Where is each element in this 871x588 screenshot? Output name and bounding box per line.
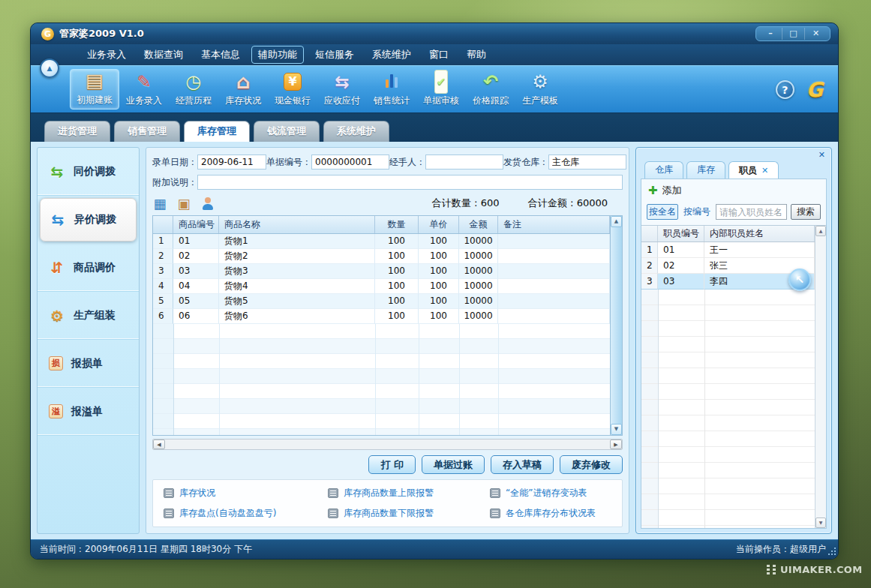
toolbar-item-sales-stats[interactable]: 销售统计: [367, 69, 416, 110]
tab-close-icon[interactable]: ✕: [761, 163, 768, 178]
date-input[interactable]: [197, 154, 266, 170]
save-draft-button[interactable]: 存入草稿: [491, 455, 554, 474]
link-stocktake[interactable]: 库存盘点(自动盘盈盘亏): [164, 507, 328, 520]
date-label: 录单日期：: [152, 156, 197, 169]
toolbar-item-initial-setup[interactable]: 初期建账: [70, 69, 119, 110]
scroll-up-icon[interactable]: ▲: [611, 216, 622, 227]
tab-sales-management[interactable]: 销售管理: [114, 121, 180, 142]
col-header-note[interactable]: 备注: [498, 216, 610, 233]
help-icon[interactable]: ?: [776, 80, 794, 99]
link-omnipotent-change-report[interactable]: “全能”进销存变动表: [490, 487, 611, 500]
menu-item-window[interactable]: 窗口: [422, 46, 455, 64]
report-doc-icon: [164, 488, 174, 498]
vertical-scrollbar[interactable]: ▲ ▼: [815, 226, 826, 528]
tab-inventory[interactable]: 库存: [686, 161, 725, 178]
sidebar-item-price-adjust[interactable]: 商品调价: [38, 244, 139, 292]
scroll-down-icon[interactable]: ▼: [611, 424, 622, 435]
warehouse-label: 发货仓库：: [503, 156, 548, 169]
employee-search-input[interactable]: [716, 204, 787, 220]
search-button[interactable]: 搜索: [791, 204, 821, 220]
tab-cashflow-management[interactable]: 钱流管理: [254, 121, 320, 142]
empty-grid-rows: [153, 324, 610, 435]
tab-warehouse[interactable]: 仓库: [644, 161, 683, 178]
collapse-toolbar-button[interactable]: ▲: [40, 58, 59, 78]
col-header-price[interactable]: 单价: [419, 216, 459, 233]
table-row[interactable]: 303货物310010010000: [153, 264, 610, 279]
maximize-button[interactable]: □: [782, 28, 804, 40]
employee-row[interactable]: 202张三: [641, 258, 815, 274]
toolbar-item-history[interactable]: 经营历程: [169, 69, 218, 110]
menu-item-auxiliary[interactable]: 辅助功能: [251, 46, 304, 64]
doc-no-input[interactable]: [311, 154, 389, 170]
note-input[interactable]: [197, 175, 623, 190]
toolbar-item-business-entry[interactable]: 业务录入: [119, 69, 169, 110]
tab-system-maintenance[interactable]: 系统维护: [323, 121, 389, 142]
menu-item-help[interactable]: 帮助: [460, 46, 493, 64]
warehouse-input[interactable]: [548, 154, 626, 170]
search-row: 按全名 按编号 搜索: [641, 200, 826, 225]
post-document-button[interactable]: 单据过账: [422, 455, 485, 474]
goods-lookup-button[interactable]: [176, 196, 191, 211]
building-icon: [153, 196, 166, 212]
menu-item-business-entry[interactable]: 业务录入: [80, 46, 133, 64]
person-icon: [202, 197, 214, 210]
table-row[interactable]: 404货物410010010000: [153, 279, 610, 294]
scroll-down-icon[interactable]: ▼: [815, 518, 826, 528]
print-button[interactable]: 打 印: [368, 455, 416, 474]
panel-close-icon[interactable]: ✕: [817, 150, 827, 161]
col-header-qty[interactable]: 数量: [375, 216, 419, 233]
filter-by-code[interactable]: 按编号: [682, 205, 712, 219]
toolbar-item-production-template[interactable]: 生产模板: [515, 69, 565, 110]
toolbar-item-price-tracking[interactable]: 价格跟踪: [466, 69, 515, 110]
minimize-button[interactable]: –: [759, 28, 782, 40]
add-row[interactable]: ✚ 添加: [641, 179, 826, 200]
col-header-employee-code[interactable]: 职员编号: [658, 226, 704, 242]
link-upper-limit-alert[interactable]: 库存商品数量上限报警: [328, 487, 490, 500]
link-inventory-status[interactable]: 库存状况: [164, 487, 328, 500]
vertical-scrollbar[interactable]: ▲ ▼: [610, 216, 622, 435]
warehouse-lookup-button[interactable]: [152, 196, 167, 211]
tab-employee[interactable]: 职员 ✕: [728, 161, 779, 178]
discard-changes-button[interactable]: 废弃修改: [560, 455, 623, 474]
resize-grip-icon[interactable]: [827, 548, 836, 556]
toolbar-item-inventory-status[interactable]: 库存状况: [218, 69, 268, 110]
sidebar-item-same-price-transfer[interactable]: 同价调拨: [38, 148, 139, 196]
col-header-code[interactable]: 商品编号: [173, 216, 219, 233]
price-track-icon: [483, 70, 498, 93]
horizontal-scrollbar[interactable]: ◀ ▶: [152, 439, 623, 450]
menu-item-basic-info[interactable]: 基本信息: [194, 46, 247, 64]
sidebar-item-overflow-report[interactable]: 溢 报溢单: [38, 388, 139, 436]
link-warehouse-distribution[interactable]: 各仓库库存分布状况表: [490, 507, 611, 520]
tab-inventory-management[interactable]: 库存管理: [184, 121, 250, 142]
app-window: G 管家婆2009 V1.0 – □ ✕ 业务录入 数据查询 基本信息 辅助功能…: [30, 22, 839, 560]
scroll-up-icon[interactable]: ▲: [815, 226, 826, 236]
employee-row[interactable]: 101王一: [641, 242, 815, 258]
col-header-amount[interactable]: 金额: [459, 216, 498, 233]
handler-input[interactable]: [425, 154, 503, 170]
filter-by-fullname[interactable]: 按全名: [647, 204, 678, 220]
employee-lookup-body: ✚ 添加 按全名 按编号 搜索 职员编号 内部职员姓名: [641, 178, 827, 529]
menu-item-sms[interactable]: 短信服务: [308, 46, 361, 64]
col-header-name[interactable]: 商品名称: [219, 216, 375, 233]
sidebar-item-assembly[interactable]: 生产组装: [38, 292, 139, 340]
doc-no-label: 单据编号：: [266, 156, 311, 169]
employee-lookup-button[interactable]: [200, 196, 215, 211]
table-row[interactable]: 505货物510010010000: [153, 294, 610, 309]
tab-purchase-management[interactable]: 进货管理: [44, 121, 110, 142]
sidebar-item-loss-report[interactable]: 损 报损单: [38, 340, 139, 388]
table-row[interactable]: 606货物610010010000: [153, 309, 610, 324]
menu-item-data-query[interactable]: 数据查询: [137, 46, 190, 64]
toolbar-item-document-audit[interactable]: 单据审核: [416, 69, 466, 110]
table-row[interactable]: 202货物210010010000: [153, 249, 610, 264]
menu-item-system-maintenance[interactable]: 系统维护: [365, 46, 418, 64]
total-amount: 合计金额：60000: [528, 196, 608, 210]
scroll-left-icon[interactable]: ◀: [153, 440, 165, 449]
col-header-employee-name[interactable]: 内部职员姓名: [704, 226, 815, 242]
toolbar-item-cash-bank[interactable]: 现金银行: [268, 69, 317, 110]
close-button[interactable]: ✕: [804, 28, 827, 40]
table-row[interactable]: 101货物110010010000: [153, 234, 610, 249]
scroll-right-icon[interactable]: ▶: [610, 440, 622, 449]
link-lower-limit-alert[interactable]: 库存商品数量下限报警: [328, 507, 490, 520]
sidebar-item-diff-price-transfer[interactable]: 异价调拨: [40, 198, 137, 242]
toolbar-item-payables[interactable]: 应收应付: [317, 69, 367, 110]
